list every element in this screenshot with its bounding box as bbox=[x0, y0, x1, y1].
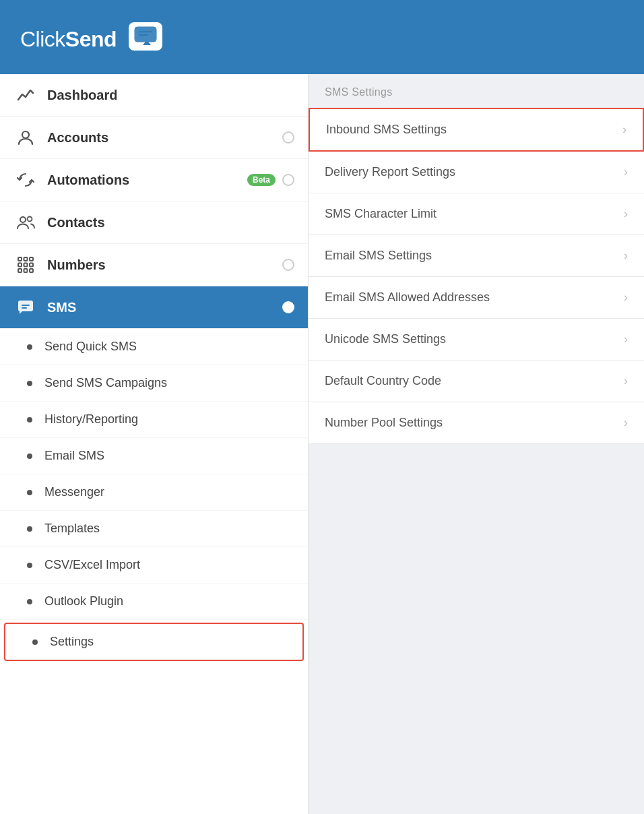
bullet-icon bbox=[27, 599, 32, 604]
sidebar-item-dashboard[interactable]: Dashboard bbox=[0, 74, 308, 117]
chevron-right-icon: › bbox=[624, 249, 628, 263]
sub-label-send-quick-sms: Send Quick SMS bbox=[44, 340, 137, 354]
bullet-icon bbox=[27, 344, 32, 350]
svg-rect-10 bbox=[30, 263, 33, 267]
chevron-right-icon: › bbox=[624, 165, 628, 179]
sidebar-item-accounts[interactable]: Accounts bbox=[0, 117, 308, 159]
sidebar-item-contacts[interactable]: Contacts bbox=[0, 201, 308, 244]
svg-point-2 bbox=[22, 131, 29, 138]
sub-label-send-sms-campaigns: Send SMS Campaigns bbox=[44, 376, 167, 390]
settings-item-default-country-code-label: Default Country Code bbox=[325, 374, 624, 388]
right-panel: SMS Settings Inbound SMS Settings › Deli… bbox=[309, 74, 644, 814]
bullet-icon bbox=[27, 526, 32, 532]
sidebar-item-numbers-label: Numbers bbox=[47, 257, 282, 273]
sidebar-subitem-email-sms[interactable]: Email SMS bbox=[0, 438, 308, 474]
sidebar-item-sms-label: SMS bbox=[47, 300, 282, 315]
sidebar-subitem-history-reporting[interactable]: History/Reporting bbox=[0, 402, 308, 438]
sub-label-email-sms: Email SMS bbox=[44, 449, 104, 463]
logo-click: Click bbox=[20, 27, 65, 51]
sub-label-settings: Settings bbox=[50, 635, 94, 649]
svg-rect-8 bbox=[18, 263, 22, 267]
settings-item-email-sms-settings[interactable]: Email SMS Settings › bbox=[309, 235, 644, 277]
chevron-right-icon: › bbox=[624, 374, 628, 388]
logo-icon bbox=[129, 22, 162, 51]
settings-item-unicode-sms[interactable]: Unicode SMS Settings › bbox=[309, 319, 644, 361]
sub-label-history-reporting: History/Reporting bbox=[44, 412, 138, 427]
bullet-icon bbox=[27, 563, 32, 568]
settings-item-default-country-code[interactable]: Default Country Code › bbox=[309, 361, 644, 402]
svg-rect-5 bbox=[18, 257, 22, 261]
accounts-icon bbox=[13, 129, 38, 146]
sub-label-templates: Templates bbox=[44, 522, 100, 536]
settings-item-number-pool-label: Number Pool Settings bbox=[325, 416, 624, 430]
numbers-icon bbox=[13, 256, 38, 274]
automations-icon bbox=[13, 171, 38, 189]
sidebar-item-sms[interactable]: SMS bbox=[0, 286, 308, 329]
sidebar-subitem-outlook-plugin[interactable]: Outlook Plugin bbox=[0, 584, 308, 620]
settings-item-unicode-sms-label: Unicode SMS Settings bbox=[325, 332, 624, 346]
sidebar-item-accounts-label: Accounts bbox=[47, 130, 282, 146]
settings-item-delivery-report-label: Delivery Report Settings bbox=[325, 165, 624, 179]
settings-item-inbound-sms-label: Inbound SMS Settings bbox=[326, 123, 622, 137]
sidebar-item-automations[interactable]: Automations Beta bbox=[0, 159, 308, 201]
settings-item-character-limit-label: SMS Character Limit bbox=[325, 207, 624, 221]
automations-badge: Beta bbox=[247, 174, 276, 186]
bullet-icon bbox=[27, 417, 32, 422]
bullet-icon bbox=[27, 381, 32, 386]
settings-item-inbound-sms[interactable]: Inbound SMS Settings › bbox=[309, 108, 644, 152]
chevron-right-icon: › bbox=[624, 332, 628, 346]
svg-point-3 bbox=[20, 217, 26, 222]
settings-item-delivery-report[interactable]: Delivery Report Settings › bbox=[309, 152, 644, 193]
automations-radio bbox=[282, 174, 294, 186]
svg-rect-9 bbox=[24, 263, 28, 267]
logo: ClickSend bbox=[20, 22, 162, 52]
sub-label-csv-excel-import: CSV/Excel Import bbox=[44, 558, 140, 572]
contacts-icon bbox=[13, 214, 38, 231]
sidebar-item-numbers[interactable]: Numbers bbox=[0, 244, 308, 286]
svg-rect-13 bbox=[30, 269, 33, 272]
settings-item-number-pool[interactable]: Number Pool Settings › bbox=[309, 402, 644, 444]
app-header: ClickSend bbox=[0, 0, 644, 74]
sidebar-subitem-templates[interactable]: Templates bbox=[0, 511, 308, 547]
logo-send: Send bbox=[65, 27, 117, 51]
chevron-right-icon: › bbox=[622, 123, 626, 137]
sidebar-subitem-messenger[interactable]: Messenger bbox=[0, 474, 308, 511]
chevron-right-icon: › bbox=[624, 290, 628, 305]
bullet-icon bbox=[27, 490, 32, 495]
accounts-radio bbox=[282, 131, 294, 144]
section-title: SMS Settings bbox=[309, 74, 644, 108]
settings-item-email-sms-addresses-label: Email SMS Allowed Addresses bbox=[325, 290, 624, 305]
settings-item-email-sms-settings-label: Email SMS Settings bbox=[325, 249, 624, 263]
svg-rect-12 bbox=[24, 269, 28, 272]
sidebar-subitem-send-quick-sms[interactable]: Send Quick SMS bbox=[0, 329, 308, 365]
svg-rect-7 bbox=[30, 257, 33, 261]
svg-rect-11 bbox=[18, 269, 22, 272]
sub-label-messenger: Messenger bbox=[44, 485, 104, 499]
bullet-icon bbox=[32, 639, 38, 645]
bullet-icon bbox=[27, 453, 32, 459]
settings-list: Inbound SMS Settings › Delivery Report S… bbox=[309, 108, 644, 444]
settings-item-email-sms-addresses[interactable]: Email SMS Allowed Addresses › bbox=[309, 277, 644, 319]
sidebar: Dashboard Accounts bbox=[0, 74, 309, 814]
sidebar-subitem-csv-excel-import[interactable]: CSV/Excel Import bbox=[0, 547, 308, 584]
sms-radio bbox=[282, 301, 294, 313]
chevron-right-icon: › bbox=[624, 207, 628, 221]
numbers-radio bbox=[282, 259, 294, 271]
main-layout: Dashboard Accounts bbox=[0, 74, 644, 814]
sms-icon bbox=[13, 299, 38, 316]
sub-label-outlook-plugin: Outlook Plugin bbox=[44, 594, 123, 608]
sidebar-subitem-settings[interactable]: Settings bbox=[4, 623, 304, 661]
sidebar-item-contacts-label: Contacts bbox=[47, 215, 294, 230]
svg-rect-6 bbox=[24, 257, 28, 261]
sidebar-item-automations-label: Automations bbox=[47, 173, 240, 188]
sidebar-subitem-send-sms-campaigns[interactable]: Send SMS Campaigns bbox=[0, 365, 308, 402]
sidebar-item-dashboard-label: Dashboard bbox=[47, 88, 294, 103]
chevron-right-icon: › bbox=[624, 416, 628, 430]
svg-point-4 bbox=[28, 217, 32, 222]
settings-item-character-limit[interactable]: SMS Character Limit › bbox=[309, 193, 644, 235]
dashboard-icon bbox=[13, 86, 38, 104]
